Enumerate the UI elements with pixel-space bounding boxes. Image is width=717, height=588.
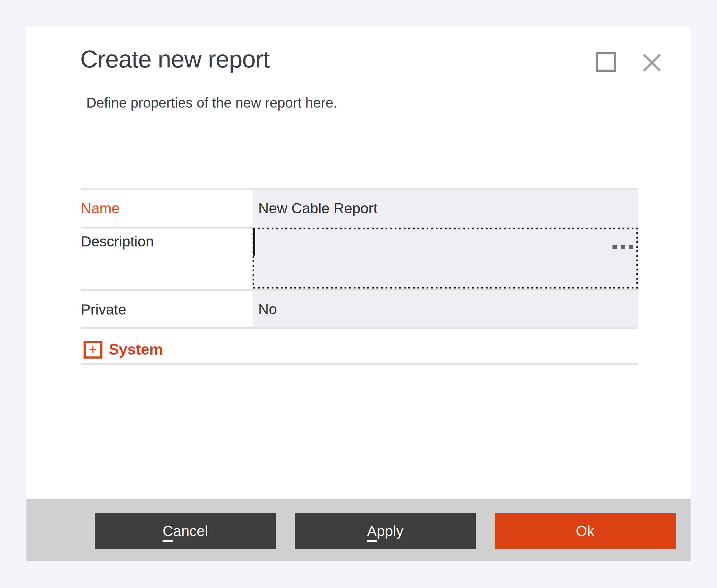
dialog-subtitle: Define properties of the new report here… <box>86 94 337 111</box>
property-label-description: Description <box>81 234 154 249</box>
page-background: Create new report Define properties of t… <box>0 0 717 588</box>
expand-system-button[interactable]: + <box>84 341 102 359</box>
ellipsis-dot <box>621 245 625 249</box>
apply-mnemonic: A <box>367 523 377 542</box>
property-grid: Name New Cable Report Description Privat… <box>81 188 638 371</box>
ellipsis-dot <box>612 245 617 249</box>
ellipsis-dot <box>629 245 633 249</box>
property-label-name: Name <box>81 190 120 227</box>
property-value-name[interactable]: New Cable Report <box>252 190 638 227</box>
cancel-mnemonic: C <box>163 523 173 542</box>
close-icon[interactable] <box>642 53 662 72</box>
ok-button[interactable]: Ok <box>494 513 676 549</box>
group-row-system: + System <box>81 329 638 363</box>
cancel-label-rest: ancel <box>173 523 208 539</box>
create-new-report-dialog: Create new report Define properties of t… <box>26 26 691 561</box>
text-caret <box>253 228 255 256</box>
apply-button[interactable]: Apply <box>295 513 476 549</box>
ellipsis-icon[interactable] <box>612 245 633 249</box>
plus-icon: + <box>89 341 97 357</box>
dialog-title: Create new report <box>80 45 270 74</box>
maximize-icon[interactable] <box>596 52 616 72</box>
property-value-private[interactable]: No <box>252 291 638 327</box>
group-label-system[interactable]: System <box>109 340 163 359</box>
footer-bar: Cancel Apply Ok <box>26 499 691 561</box>
property-value-description[interactable] <box>252 228 638 289</box>
cancel-button[interactable]: Cancel <box>95 513 276 549</box>
row-separator <box>81 363 638 365</box>
property-label-private: Private <box>81 292 126 327</box>
row-separator <box>81 289 638 291</box>
apply-label-rest: pply <box>377 523 403 539</box>
